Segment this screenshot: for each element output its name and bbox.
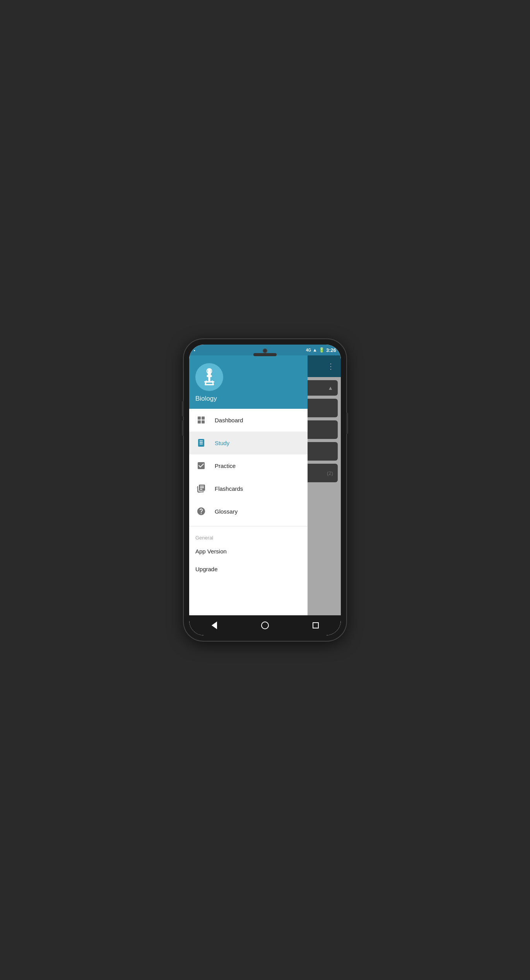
clock-label: 3:26 [326, 347, 336, 353]
flashcards-icon [195, 483, 207, 494]
microscope-icon [199, 367, 219, 387]
drawer-menu: Dashboard Study [189, 409, 308, 615]
sd-card-icon: ▪ [194, 348, 195, 353]
upgrade-label: Upgrade [195, 566, 218, 572]
sidebar-item-flashcards[interactable]: Flashcards [189, 477, 308, 500]
study-label: Study [215, 440, 229, 446]
practice-icon [195, 460, 207, 471]
drawer-app-title: Biology [195, 395, 301, 403]
sidebar-item-study[interactable]: Study [189, 432, 308, 454]
sidebar-item-upgrade[interactable]: Upgrade [189, 560, 308, 578]
dashboard-icon [195, 414, 207, 426]
home-button[interactable] [260, 620, 270, 631]
sidebar-item-practice[interactable]: Practice [189, 454, 308, 477]
status-icons: 4G ▲ 🔋 3:26 [306, 347, 336, 353]
home-icon [261, 621, 269, 629]
practice-label: Practice [215, 463, 236, 469]
app-version-label: App Version [195, 548, 227, 555]
svg-rect-3 [208, 377, 210, 381]
app-avatar [195, 363, 223, 391]
navigation-drawer: Biology [189, 355, 308, 615]
power-button[interactable] [346, 413, 348, 434]
back-button[interactable] [209, 620, 220, 631]
general-section: General [189, 529, 308, 543]
svg-rect-10 [198, 420, 201, 423]
svg-rect-8 [198, 417, 201, 420]
recents-button[interactable] [310, 620, 321, 631]
signal-icon: ▲ [313, 347, 317, 353]
menu-divider [189, 526, 308, 526]
network-type-label: 4G [306, 348, 311, 352]
study-icon [195, 437, 207, 449]
dashboard-label: Dashboard [215, 417, 243, 423]
svg-rect-9 [202, 417, 205, 420]
battery-icon: 🔋 [319, 347, 325, 353]
bottom-navigation-bar [189, 615, 341, 635]
general-section-label: General [195, 535, 213, 541]
front-camera [263, 348, 267, 353]
phone-device: ▪ 4G ▲ 🔋 3:26 PRACTICE ⋮ [184, 339, 346, 641]
glossary-icon [195, 505, 207, 517]
volume-down-button[interactable] [182, 420, 184, 436]
recents-icon [313, 622, 319, 628]
sidebar-item-dashboard[interactable]: Dashboard [189, 409, 308, 432]
flashcards-label: Flashcards [215, 485, 243, 492]
status-bar-left: ▪ [194, 347, 195, 353]
earpiece-speaker [253, 353, 277, 356]
screen-content: ▪ 4G ▲ 🔋 3:26 PRACTICE ⋮ [189, 345, 341, 635]
sidebar-item-glossary[interactable]: Glossary [189, 500, 308, 523]
back-icon [212, 621, 217, 629]
glossary-label: Glossary [215, 508, 238, 515]
volume-up-button[interactable] [182, 401, 184, 417]
svg-rect-11 [202, 420, 205, 423]
drawer-header: Biology [189, 355, 308, 409]
svg-rect-1 [207, 375, 212, 377]
content-area: PRACTICE ⋮ e ▲ olecules: [189, 355, 341, 615]
phone-screen: ▪ 4G ▲ 🔋 3:26 PRACTICE ⋮ [189, 345, 341, 635]
sidebar-item-app-version[interactable]: App Version [189, 543, 308, 560]
svg-point-2 [207, 369, 212, 374]
